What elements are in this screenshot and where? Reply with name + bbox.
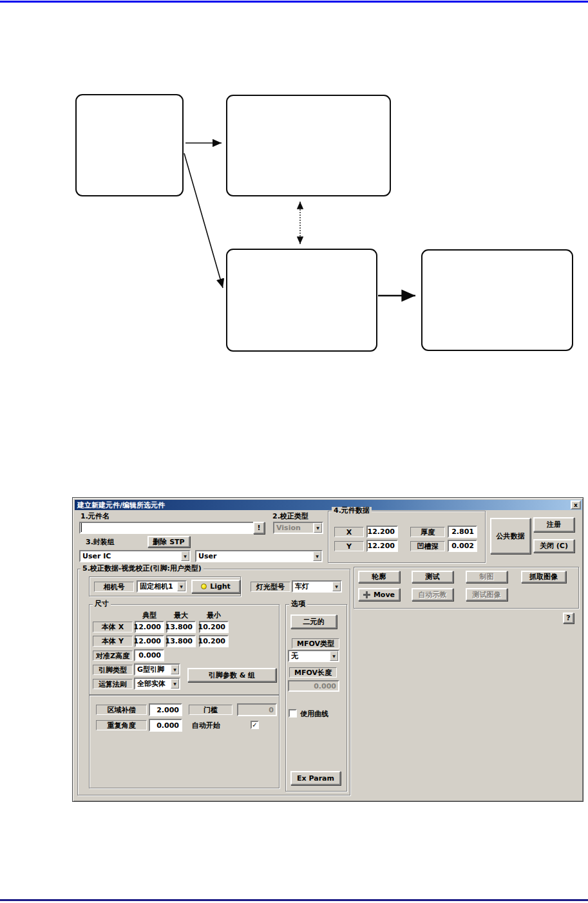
chevron-down-icon[interactable]: ▼ [332, 581, 341, 592]
draw-button: 制图 [466, 571, 507, 583]
repeat-angle-value[interactable]: 0.000 [149, 719, 182, 732]
body-x-min[interactable]: 10.200 [199, 621, 229, 633]
auto-start-label: 自动开始 [192, 721, 220, 730]
close-button[interactable]: 关闭 (C) [533, 539, 574, 553]
y-value[interactable]: 12.200 [366, 540, 398, 552]
col-min-header: 最小 [199, 611, 229, 620]
page-bottom-rule [0, 899, 588, 901]
component-name-label: 1.元件名 [81, 512, 109, 520]
dialog-title: 建立新建元件/编辑所选元件 [77, 500, 165, 510]
component-edit-dialog: 建立新建元件/编辑所选元件 x 1.元件名 ! 2.校正类型 Vision ▼ … [72, 497, 583, 802]
binary-button[interactable]: 二元的 [290, 614, 337, 629]
chevron-down-icon[interactable]: ▼ [329, 651, 339, 661]
arrow-box1-box3 [184, 153, 223, 288]
calibration-type-dropdown: Vision ▼ [273, 522, 323, 534]
flowchart-box-4 [421, 249, 573, 351]
chevron-down-icon[interactable]: ▼ [180, 551, 190, 562]
calibration-data-group-label: 5.校正数据-视觉校正(引脚:用户类型) [81, 565, 204, 573]
col-max-header: 最大 [166, 611, 196, 620]
move-button[interactable]: Move [358, 588, 400, 601]
component-data-group-label: 4.元件数据 [332, 507, 372, 515]
delete-stp-button[interactable]: 删除 STP [147, 536, 190, 547]
thickness-label: 厚度 [410, 527, 445, 537]
light-button[interactable]: Light [191, 580, 240, 593]
close-icon[interactable]: x [571, 500, 581, 509]
package-group2-dropdown[interactable]: User ▼ [195, 550, 323, 562]
test-image-button: 测试图像 [466, 588, 507, 601]
package-group-label: 3.封装组 [86, 538, 115, 546]
align-z-value[interactable]: 0.000 [134, 649, 164, 661]
dialog-titlebar[interactable]: 建立新建元件/编辑所选元件 x [75, 500, 582, 510]
flowchart-box-2 [226, 95, 391, 196]
threshold-value: 0 [237, 703, 277, 716]
body-y-typical[interactable]: 12.000 [135, 635, 164, 647]
help-button[interactable]: ? [563, 613, 574, 623]
groove-depth-value[interactable]: 0.002 [448, 540, 477, 552]
lead-type-dropdown[interactable]: G型引脚 ▼ [134, 663, 180, 676]
chevron-down-icon[interactable]: ▼ [176, 581, 186, 592]
use-curve-label: 使用曲线 [300, 710, 328, 718]
algorithm-dropdown[interactable]: 全部实体 ▼ [134, 678, 180, 690]
test-button[interactable]: 测试 [412, 571, 453, 583]
flowchart-box-3 [226, 249, 377, 352]
threshold-label: 门槛 [189, 705, 232, 715]
size-group-label: 尺寸 [93, 600, 111, 608]
lamp-model-label: 灯光型号 [251, 582, 290, 592]
body-y-label: 本体 Y [93, 636, 133, 647]
mfov-length-label: MFOV长度 [289, 667, 337, 678]
algorithm-label: 运算法则 [93, 679, 133, 689]
x-label: X [334, 527, 364, 537]
common-data-button[interactable]: 公共数据 [490, 518, 531, 554]
body-x-typical[interactable]: 12.000 [135, 621, 164, 633]
grab-image-button[interactable]: 抓取图像 [521, 571, 566, 583]
body-x-label: 本体 X [93, 622, 133, 632]
body-y-max[interactable]: 13.800 [166, 635, 196, 647]
align-z-label: 对准Z高度 [93, 651, 133, 661]
mfov-type-dropdown[interactable]: 无 ▼ [288, 650, 339, 662]
chevron-down-icon[interactable]: ▼ [312, 551, 322, 562]
area-comp-value[interactable]: 2.000 [149, 703, 182, 716]
x-value[interactable]: 12.200 [366, 526, 398, 538]
chevron-down-icon[interactable]: ▼ [170, 678, 180, 689]
y-label: Y [334, 541, 364, 551]
chevron-down-icon[interactable]: ▼ [170, 664, 180, 675]
camera-number-dropdown[interactable]: 固定相机1 ▼ [137, 580, 187, 593]
mfov-length-value: 0.000 [288, 680, 339, 692]
text-caret [81, 523, 82, 532]
package-group1-dropdown[interactable]: User IC ▼ [79, 550, 191, 562]
body-y-min[interactable]: 10.200 [199, 635, 229, 647]
flowchart-arrows [0, 0, 588, 451]
body-x-max[interactable]: 13.800 [166, 621, 196, 633]
register-button[interactable]: 注册 [533, 517, 574, 532]
groove-depth-label: 凹槽深 [410, 541, 445, 551]
area-comp-label: 区域补偿 [96, 705, 147, 715]
lamp-model-dropdown[interactable]: 车灯 ▼ [292, 580, 342, 593]
thickness-value[interactable]: 2.801 [448, 526, 477, 538]
chevron-down-icon: ▼ [313, 522, 323, 533]
lead-param-group-button[interactable]: 引脚参数 & 组 [187, 668, 276, 682]
camera-number-label: 相机号 [94, 582, 134, 592]
outline-button[interactable]: 轮廓 [358, 571, 400, 583]
lead-type-label: 引脚类型 [93, 665, 133, 675]
page-top-rule [0, 1, 588, 3]
component-name-input[interactable] [79, 522, 256, 534]
flowchart-box-1 [75, 94, 184, 196]
mfov-type-label: MFOV类型 [292, 638, 339, 649]
options-group-label: 选项 [289, 600, 307, 608]
options-group [285, 604, 347, 792]
col-typical-header: 典型 [135, 611, 164, 620]
use-curve-checkbox[interactable] [289, 709, 297, 718]
check-icon: ✓ [252, 722, 257, 728]
light-bulb-icon [201, 584, 207, 589]
warn-button[interactable]: ! [253, 522, 265, 534]
auto-start-checkbox[interactable]: ✓ [251, 721, 259, 729]
manual-page: 建立新建元件/编辑所选元件 x 1.元件名 ! 2.校正类型 Vision ▼ … [0, 0, 588, 903]
calibration-type-label: 2.校正类型 [272, 512, 308, 520]
move-cross-icon [363, 591, 370, 598]
auto-teach-button: 自动示教 [412, 588, 453, 601]
repeat-angle-label: 重复角度 [96, 720, 147, 730]
ex-param-button[interactable]: Ex Param [290, 771, 341, 785]
